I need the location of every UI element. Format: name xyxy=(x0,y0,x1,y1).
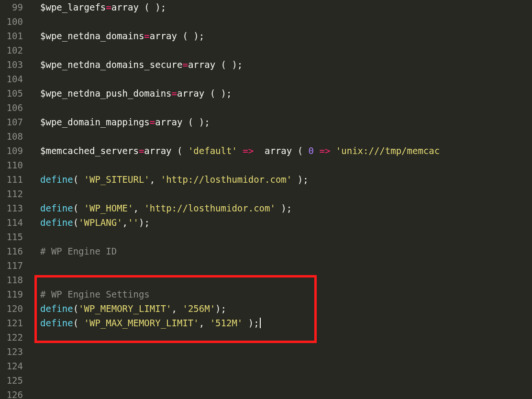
code-line[interactable]: $wpe_netdna_push_domains=array ( ); xyxy=(40,86,532,100)
code-token: => xyxy=(319,145,330,156)
code-token: 'WP_MEMORY_LIMIT' xyxy=(78,303,171,314)
code-line[interactable]: $memcached_servers=array ( 'default' => … xyxy=(40,144,532,158)
code-token: array ( xyxy=(144,145,188,156)
code-line[interactable] xyxy=(40,359,532,373)
line-number: 113 xyxy=(0,201,32,215)
code-token: define xyxy=(40,203,73,213)
line-number: 112 xyxy=(0,187,32,201)
code-line[interactable]: $wpe_netdna_domains_secure=array ( ); xyxy=(40,57,532,72)
code-token: array ( ); xyxy=(188,59,243,70)
line-number: 122 xyxy=(0,330,32,344)
line-number: 121 xyxy=(0,316,32,330)
code-line[interactable]: # WP Engine ID xyxy=(40,244,532,258)
code-line[interactable]: # WP Engine Settings xyxy=(40,287,532,301)
code-token: 'WP_SITEURL' xyxy=(84,174,150,185)
code-token: $wpe_largefs xyxy=(40,2,106,12)
code-token: 'default' xyxy=(188,145,237,156)
code-token: = xyxy=(172,88,177,99)
code-token: => xyxy=(243,145,254,156)
code-line[interactable]: define( 'WP_SITEURL', 'http://losthumido… xyxy=(40,172,532,187)
code-token: ( xyxy=(73,303,78,314)
code-token: = xyxy=(182,59,188,70)
code-line[interactable] xyxy=(40,43,532,57)
code-token xyxy=(330,145,335,156)
code-token: define xyxy=(40,217,73,228)
code-token: 'WP_MAX_MEMORY_LIMIT' xyxy=(84,318,199,328)
code-token: '256M' xyxy=(182,303,215,314)
code-token: = xyxy=(144,31,149,41)
code-token: , xyxy=(150,174,161,185)
line-number: 125 xyxy=(0,373,32,388)
code-line[interactable] xyxy=(40,388,532,399)
code-line[interactable]: define( 'WP_MAX_MEMORY_LIMIT', '512M' ); xyxy=(40,316,532,330)
code-line[interactable]: $wpe_domain_mappings=array ( ); xyxy=(40,115,532,129)
code-line[interactable]: $wpe_netdna_domains=array ( ); xyxy=(40,29,532,43)
code-token: 'http://losthumidor.com' xyxy=(144,203,276,213)
line-number: 116 xyxy=(0,244,32,258)
line-number: 105 xyxy=(0,86,32,100)
code-token: ); xyxy=(215,303,226,314)
line-number: 117 xyxy=(0,258,32,273)
code-line[interactable] xyxy=(40,100,532,115)
line-number: 114 xyxy=(0,215,32,230)
code-token: 'unix:///tmp/memcac xyxy=(336,145,440,156)
code-line[interactable] xyxy=(40,14,532,29)
code-token: '512M' xyxy=(210,318,243,328)
code-line[interactable] xyxy=(40,230,532,244)
line-number: 102 xyxy=(0,43,32,57)
code-token: ); xyxy=(276,203,292,213)
line-number: 104 xyxy=(0,72,32,86)
code-line[interactable] xyxy=(40,72,532,86)
code-token: # WP Engine Settings xyxy=(40,289,150,299)
code-token: $memcached_servers xyxy=(40,145,139,156)
code-token: array ( ); xyxy=(150,31,204,41)
code-line[interactable] xyxy=(40,129,532,144)
code-token: 'WP_HOME' xyxy=(84,203,133,213)
line-number: 101 xyxy=(0,29,32,43)
line-number: 110 xyxy=(0,158,32,172)
code-token: , xyxy=(172,303,183,314)
line-number: 111 xyxy=(0,172,32,187)
code-token: define xyxy=(40,174,73,185)
line-number: 103 xyxy=(0,57,32,72)
code-token xyxy=(314,145,319,156)
line-number: 118 xyxy=(0,273,32,287)
line-number: 115 xyxy=(0,230,32,244)
code-token: 'WPLANG' xyxy=(78,217,122,228)
code-token: array ( ); xyxy=(111,2,166,12)
line-number: 99 xyxy=(0,0,32,14)
line-number: 107 xyxy=(0,115,32,129)
code-token: ); xyxy=(292,174,308,185)
code-token: define xyxy=(40,318,73,328)
code-line[interactable] xyxy=(40,273,532,287)
code-line[interactable] xyxy=(40,187,532,201)
code-line[interactable]: define('WP_MEMORY_LIMIT', '256M'); xyxy=(40,301,532,316)
code-line[interactable]: $wpe_largefs=array ( ); xyxy=(40,0,532,14)
code-line[interactable] xyxy=(40,258,532,273)
code-token: ( xyxy=(73,174,84,185)
code-line[interactable] xyxy=(40,330,532,344)
code-token: = xyxy=(139,145,144,156)
code-editor[interactable]: 9910010110210310410510610710810911011111… xyxy=(0,0,532,399)
code-line[interactable] xyxy=(40,158,532,172)
code-token: ( xyxy=(73,217,78,228)
code-token: ); xyxy=(139,217,150,228)
code-line[interactable] xyxy=(40,373,532,388)
line-number: 100 xyxy=(0,14,32,29)
code-area[interactable]: $wpe_largefs=array ( );$wpe_netdna_domai… xyxy=(32,0,532,399)
code-line[interactable]: define( 'WP_HOME', 'http://losthumidor.c… xyxy=(40,201,532,215)
line-number: 108 xyxy=(0,129,32,144)
code-token: array ( xyxy=(254,145,308,156)
code-token: array ( ); xyxy=(177,88,232,99)
code-token: $wpe_netdna_domains xyxy=(40,31,144,41)
text-cursor xyxy=(260,318,261,328)
code-line[interactable]: define('WPLANG',''); xyxy=(40,215,532,230)
code-token: ( xyxy=(73,203,84,213)
code-token: ( xyxy=(73,318,84,328)
code-token: # WP Engine ID xyxy=(40,246,117,256)
line-number: 106 xyxy=(0,100,32,115)
code-token xyxy=(237,145,243,156)
code-token: 'http://losthumidor.com' xyxy=(161,174,292,185)
code-line[interactable] xyxy=(40,344,532,359)
code-token: = xyxy=(150,117,155,127)
